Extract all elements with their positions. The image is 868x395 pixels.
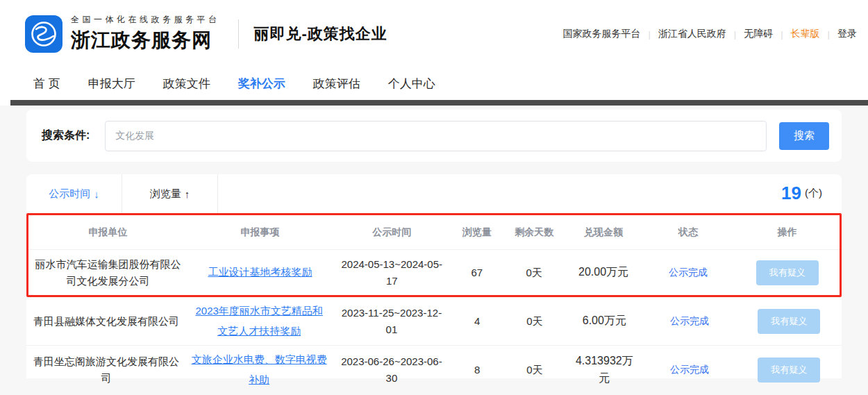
col-header-days: 剩余天数 (503, 221, 565, 244)
site-logo-icon (25, 15, 62, 53)
platform-tagline: 全国一体化在线政务服务平台 (71, 14, 220, 26)
row-action-wrap: 我有疑义 (735, 256, 840, 289)
col-header-item: 申报事项 (187, 221, 333, 244)
row-status: 公示完成 (642, 358, 736, 382)
sort-tab-views[interactable]: 浏览量 ↑ (122, 174, 218, 213)
row-status: 公示完成 (642, 261, 735, 285)
nav-item-award-publicity[interactable]: 奖补公示 (238, 72, 285, 96)
col-header-unit: 申报单位 (28, 221, 187, 244)
sort-tab-label: 公示时间 (49, 187, 90, 201)
col-header-status: 状态 (642, 221, 735, 244)
sort-tab-label: 浏览量 (150, 187, 181, 201)
sort-asc-icon: ↑ (185, 188, 190, 200)
row-unit: 青田坐忘阁旅游文化发展有限公司 (26, 349, 186, 390)
search-label: 搜索条件: (42, 128, 90, 143)
row-unit: 青田县融媒体文化发展有限公司 (26, 309, 186, 333)
highlighted-region: 申报单位 申报事项 公示时间 浏览量 剩余天数 兑现金额 状态 操作 丽水市汽车… (26, 213, 842, 297)
row-amount: 4.313932万元 (566, 348, 642, 392)
search-button[interactable]: 搜索 (779, 122, 829, 150)
col-header-amount: 兑现金额 (565, 221, 642, 244)
link-separator: | (734, 29, 736, 40)
row-item-link[interactable]: 工业设计基地考核奖励 (208, 266, 312, 278)
row-action-wrap: 我有疑义 (736, 305, 842, 338)
row-unit: 丽水市汽车运输集团股份有限公司文化发展分公司 (28, 252, 187, 293)
row-views: 8 (451, 358, 503, 382)
row-action-wrap: 我有疑义 (736, 353, 842, 387)
table-row: 青田坐忘阁旅游文化发展有限公司 文旅企业水电费、数字电视费补助 2023-06-… (26, 345, 842, 394)
row-item-link[interactable]: 2023年度丽水市文艺精品和文艺人才扶持奖励 (195, 305, 322, 337)
row-amount: 6.00万元 (566, 308, 642, 334)
row-status: 公示完成 (642, 310, 736, 333)
result-count-number: 19 (781, 183, 801, 204)
search-input[interactable] (105, 121, 767, 151)
table-row: 青田县融媒体文化发展有限公司 2023年度丽水市文艺精品和文艺人才扶持奖励 20… (26, 297, 842, 345)
row-views: 4 (451, 309, 503, 333)
row-item-link[interactable]: 文旅企业水电费、数字电视费补助 (192, 353, 327, 385)
page-title: 丽即兑-政策找企业 (254, 24, 387, 44)
row-amount: 20.00万元 (565, 260, 642, 285)
link-elder-version[interactable]: 长辈版 (791, 28, 820, 40)
site-name: 浙江政务服务网 (71, 27, 220, 53)
row-period: 2024-05-13~2024-05-17 (333, 252, 451, 293)
brand-text: 全国一体化在线政务服务平台 浙江政务服务网 (71, 14, 220, 53)
result-count: 19 (个) (781, 183, 822, 204)
main-nav: 首 页 申报大厅 政策文件 奖补公示 政策评估 个人中心 (33, 72, 435, 96)
row-period: 2023-11-25~2023-12-01 (332, 301, 451, 342)
link-separator: | (781, 29, 783, 40)
row-days: 0天 (503, 309, 566, 333)
link-accessibility[interactable]: 无障碍 (744, 28, 773, 40)
brand-divider (238, 19, 239, 49)
sort-tab-publicity-time[interactable]: 公示时间 ↓ (26, 174, 122, 213)
nav-item-policy-docs[interactable]: 政策文件 (163, 72, 210, 96)
result-count-unit: (个) (805, 187, 822, 200)
row-item-link-wrap: 工业设计基地考核奖励 (187, 258, 333, 287)
row-item-link-wrap: 2023年度丽水市文艺精品和文艺人才扶持奖励 (186, 297, 332, 345)
nav-item-policy-evaluation[interactable]: 政策评估 (313, 72, 360, 96)
row-days: 0天 (503, 358, 566, 382)
col-header-action: 操作 (735, 221, 840, 244)
col-header-views: 浏览量 (451, 221, 503, 244)
nav-item-home[interactable]: 首 页 (33, 72, 60, 96)
col-header-period: 公示时间 (333, 221, 451, 244)
row-days: 0天 (503, 260, 565, 285)
sort-tabs: 公示时间 ↓ 浏览量 ↑ 19 (个) (26, 174, 842, 213)
row-views: 67 (451, 260, 503, 285)
doubt-button[interactable]: 我有疑义 (758, 358, 820, 383)
results-panel: 公示时间 ↓ 浏览量 ↑ 19 (个) 申报单位 申报事项 公示时间 浏览量 剩… (26, 174, 842, 378)
nav-item-declare-hall[interactable]: 申报大厅 (88, 72, 135, 96)
site-header: 全国一体化在线政务服务平台 浙江政务服务网 丽即兑-政策找企业 国家政务服务平台… (0, 0, 868, 106)
table-header-row: 申报单位 申报事项 公示时间 浏览量 剩余天数 兑现金额 状态 操作 (28, 215, 840, 249)
row-item-link-wrap: 文旅企业水电费、数字电视费补助 (186, 346, 332, 394)
row-period: 2023-06-26~2023-06-30 (332, 349, 451, 390)
link-separator: | (648, 29, 650, 40)
link-separator: | (828, 29, 830, 40)
nav-underline-bar (10, 100, 868, 106)
search-panel: 搜索条件: 搜索 (26, 110, 842, 162)
link-provincial-gov[interactable]: 浙江省人民政府 (658, 28, 726, 40)
sort-desc-icon: ↓ (94, 188, 99, 200)
site-brand: 全国一体化在线政务服务平台 浙江政务服务网 丽即兑-政策找企业 (25, 14, 387, 53)
utility-links: 国家政务服务平台 | 浙江省人民政府 | 无障碍 | 长辈版 | 登录 (562, 28, 857, 40)
link-national-platform[interactable]: 国家政务服务平台 (562, 28, 640, 40)
link-login[interactable]: 登录 (837, 28, 857, 40)
nav-item-personal-center[interactable]: 个人中心 (388, 72, 435, 96)
table-row: 丽水市汽车运输集团股份有限公司文化发展分公司 工业设计基地考核奖励 2024-0… (28, 249, 840, 295)
doubt-button[interactable]: 我有疑义 (758, 309, 820, 334)
doubt-button[interactable]: 我有疑义 (756, 260, 819, 285)
